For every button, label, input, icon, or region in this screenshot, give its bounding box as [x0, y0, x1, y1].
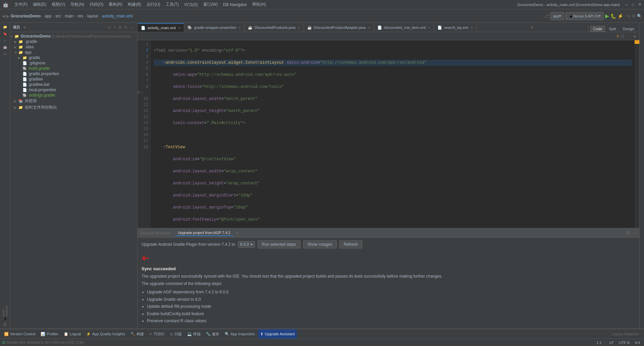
- breadcrumb-project[interactable]: GroceriesDemo: [11, 14, 41, 18]
- view-tab-code[interactable]: Code: [590, 26, 605, 32]
- expand-warnings[interactable]: ▲: [633, 34, 637, 38]
- upgrade-tab[interactable]: Upgrade project from AGP 7.4.2: [175, 230, 233, 236]
- tab-version-control[interactable]: 🔀 Version Control: [2, 329, 37, 339]
- tree-external-libs[interactable]: ▶ 📚 外部库: [10, 98, 137, 104]
- tab-problems[interactable]: ⚠ 问题: [168, 329, 184, 339]
- version-select[interactable]: 8.0.0 ▾: [238, 241, 255, 248]
- breadcrumb-file[interactable]: activity_main.xml: [102, 14, 132, 18]
- breadcrumb-layout[interactable]: layout: [87, 14, 98, 18]
- back-btn[interactable]: ◀: [2, 14, 5, 18]
- breadcrumb-main[interactable]: main: [65, 14, 73, 18]
- tabs-more-btn[interactable]: ▾: [529, 23, 535, 32]
- tab-app-inspection[interactable]: 🔍 App Inspection: [223, 329, 257, 339]
- menu-view[interactable]: 视图(V): [49, 1, 68, 8]
- tab-close-gradle-wrapper[interactable]: ✕: [238, 26, 241, 30]
- tab-close-search-bg[interactable]: ✕: [470, 26, 473, 30]
- tree-gradlew[interactable]: 📄 gradlew: [10, 76, 137, 82]
- profile-button[interactable]: ⚡: [618, 13, 623, 19]
- tab-discounted-adapter[interactable]: ☕ DiscountedProductApapter.java ✕: [304, 23, 374, 32]
- run-selected-steps-btn[interactable]: Run selected steps: [258, 240, 301, 248]
- tree-gradle-props[interactable]: 📄 gradle.properties: [10, 71, 137, 76]
- tab-close-discounted-products[interactable]: ✕: [298, 26, 300, 30]
- panel-action-minimize[interactable]: —: [129, 24, 135, 30]
- tree-settings-gradle[interactable]: 🐘 settings.gradle: [10, 93, 137, 98]
- tab-close-activity-main[interactable]: ✕: [178, 26, 180, 30]
- tab-logcat[interactable]: 📋 Logcat: [62, 329, 83, 339]
- line-sep-indicator[interactable]: LF: [607, 339, 616, 346]
- menu-tools[interactable]: 工具(T): [163, 1, 181, 8]
- bookmark-icon[interactable]: 🔖: [2, 31, 8, 36]
- tree-scratch[interactable]: ▶ 📁 临时文件和控制台: [10, 104, 137, 111]
- forward-btn[interactable]: ▶: [6, 14, 9, 18]
- breadcrumb-src[interactable]: src: [55, 14, 61, 18]
- project-icon[interactable]: 📁: [2, 24, 8, 30]
- tab-build[interactable]: 🔨 构建: [128, 329, 146, 339]
- tree-build-gradle[interactable]: 🐘 build.gradle: [10, 66, 137, 71]
- breadcrumb-app[interactable]: app: [45, 14, 51, 18]
- encoding-indicator[interactable]: UTF-8: [617, 339, 632, 346]
- menu-help[interactable]: 帮助(H): [250, 1, 269, 8]
- tab-activity-main[interactable]: 📄 activity_main.xml ✕: [138, 23, 184, 32]
- close-btn[interactable]: ✕: [638, 2, 641, 7]
- breadcrumb-res[interactable]: res: [77, 14, 83, 18]
- tab-app-quality[interactable]: ⚡ App Quality Insights: [84, 329, 127, 339]
- tab-discounted-row[interactable]: 📄 discounted_row_item.xml ✕: [374, 23, 434, 32]
- panel-action-settings[interactable]: ≡: [113, 24, 116, 30]
- debug-button[interactable]: 🐛: [610, 13, 616, 19]
- db-icon[interactable]: 🗄: [2, 322, 8, 327]
- tab-search-bg[interactable]: 📄 search_bg.xml ✕: [434, 23, 477, 32]
- panel-minimize-icon[interactable]: —: [632, 230, 637, 235]
- tree-root[interactable]: ▼ 📁 GroceriesDemo D:\AndroidTool\Android…: [10, 34, 137, 39]
- tree-gradle-hidden[interactable]: ▶ 📁 .gradle: [10, 39, 137, 44]
- tab-services[interactable]: 🔧 服务: [204, 329, 221, 339]
- build-variants-icon[interactable]: Build Variants: [2, 308, 8, 314]
- menu-edit[interactable]: 编辑(E): [30, 1, 49, 8]
- view-tab-split[interactable]: Split: [606, 26, 619, 32]
- menu-run[interactable]: 运行(U): [144, 1, 163, 8]
- menu-refactor[interactable]: 重构(R): [106, 1, 125, 8]
- maximize-btn[interactable]: □: [632, 3, 634, 7]
- settings-icon[interactable]: ⚙: [632, 14, 636, 18]
- refresh-btn[interactable]: Refresh: [339, 240, 362, 248]
- menu-window[interactable]: 窗口(W): [201, 1, 220, 8]
- tree-local-props[interactable]: 📄 local.properties: [10, 87, 137, 93]
- show-usages-btn[interactable]: Show Usages: [303, 240, 337, 248]
- menu-dbnavigator[interactable]: DB Navigator: [220, 2, 250, 8]
- tab-gradle-wrapper[interactable]: 🐘 gradle-wrapper.properties ✕: [184, 23, 245, 32]
- indent-indicator[interactable]: 4:4: [633, 339, 642, 346]
- tab-upgrade-assistant[interactable]: ⬆ Upgrade Assistant: [258, 329, 297, 339]
- minimize-btn[interactable]: ─: [626, 3, 628, 7]
- code-content[interactable]: <?xml version="1.0" encoding="utf-8"?> <…: [151, 40, 635, 228]
- position-indicator[interactable]: 1:1: [594, 339, 603, 346]
- tab-close-discounted-adapter[interactable]: ✕: [368, 26, 370, 30]
- layout-inspector[interactable]: Layout Inspector: [612, 332, 639, 336]
- config-selector[interactable]: app ▾: [550, 12, 564, 20]
- tree-idea[interactable]: ▶ 📁 .idea: [10, 44, 137, 50]
- tab-profiler[interactable]: 📊 Profiler: [39, 329, 60, 339]
- menu-vcs[interactable]: VCS(S): [181, 2, 201, 8]
- android-icon[interactable]: 🤖: [2, 44, 8, 50]
- tab-terminal[interactable]: 💻 终端: [185, 329, 203, 339]
- upgrade-tab-close[interactable]: ✕: [236, 231, 238, 235]
- tree-gitignore[interactable]: 📄 .gitignore: [10, 60, 137, 66]
- tab-discounted-products[interactable]: ☕ DiscountedProducts.java ✕: [245, 23, 304, 32]
- tab-close-discounted-row[interactable]: ✕: [428, 26, 430, 30]
- panel-settings-icon[interactable]: ⚙: [626, 230, 630, 235]
- tree-app[interactable]: ▼ 📁 app: [10, 50, 137, 55]
- device-selector[interactable]: 📱 Nexus 5 API 31 ▾: [566, 12, 604, 20]
- panel-action-scope[interactable]: ◎: [107, 24, 112, 30]
- panel-action-gear[interactable]: ⚙: [123, 24, 128, 30]
- run-button[interactable]: ▶: [605, 13, 609, 19]
- search-icon[interactable]: 🔍: [637, 14, 642, 18]
- menu-build[interactable]: 构建(B): [125, 1, 144, 8]
- resource-mgr-icon[interactable]: 🗂: [2, 51, 8, 56]
- menu-navigate[interactable]: 导航(N): [68, 1, 87, 8]
- menu-code[interactable]: 代码(O): [87, 1, 106, 8]
- menu-file[interactable]: 文件(F): [12, 1, 30, 8]
- tree-gradle-folder[interactable]: ▶ 📁 gradle: [10, 55, 137, 60]
- tab-todo[interactable]: ✓ TODO: [147, 329, 166, 339]
- view-tab-design[interactable]: Design: [620, 26, 637, 32]
- panel-action-collapse[interactable]: ⊟: [118, 24, 122, 30]
- panel-dropdown-icon[interactable]: ▾: [23, 25, 25, 30]
- tree-gradlew-bat[interactable]: 📄 gradlew.bat: [10, 82, 137, 87]
